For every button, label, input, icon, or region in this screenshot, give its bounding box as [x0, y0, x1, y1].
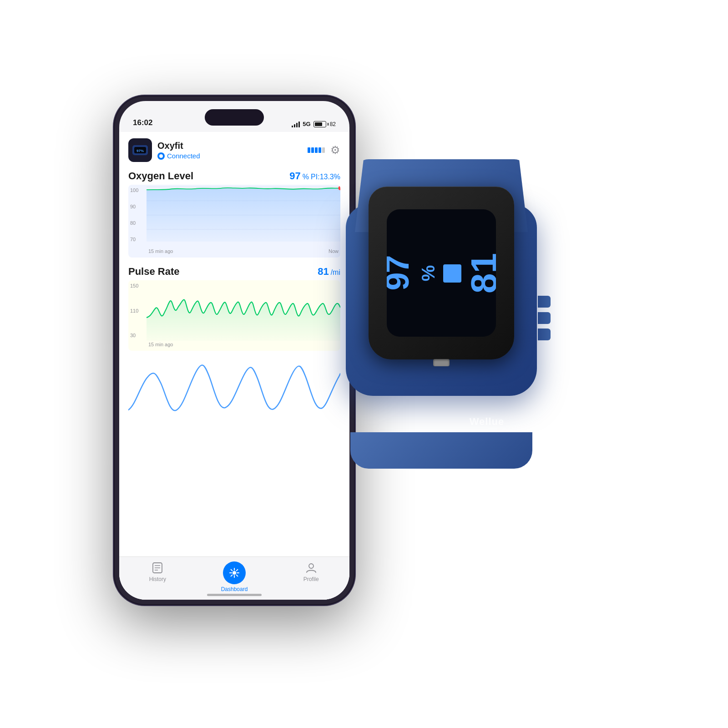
header-right-icons: ⚙	[308, 144, 340, 157]
oxygen-chart: 100 90 80 70 15 min ago Now	[128, 185, 340, 258]
bottom-nav: History Dashboard	[119, 556, 349, 600]
screen-content: 97 % 81	[387, 253, 496, 293]
batt-seg-2	[311, 147, 314, 153]
clip-jaw	[350, 432, 532, 469]
device-title: Oxyfit	[157, 141, 308, 151]
signal-bar-1	[292, 126, 293, 127]
nav-item-history[interactable]: History	[139, 561, 176, 582]
screen-square-icon	[443, 264, 461, 282]
scene: 16:02 5G 82	[114, 68, 614, 660]
device-status-row: Connected	[157, 152, 308, 160]
pulse-chart-x-label: 15 min ago	[147, 341, 340, 351]
status-time: 16:02	[133, 118, 152, 128]
battery-tip	[328, 123, 329, 126]
oxygen-chart-x-labels: 15 min ago Now	[147, 248, 340, 258]
batt-seg-4	[318, 147, 321, 153]
nav-label-history: History	[149, 576, 166, 582]
oxygen-pi: PI:13.3%	[311, 173, 340, 181]
oxyfit-icon-svg: 97%	[131, 143, 149, 157]
device-module: 97 % 81	[369, 187, 514, 359]
ridge-3	[538, 329, 551, 340]
ridge-2	[538, 312, 551, 324]
x-label-end: Now	[329, 248, 339, 258]
ridge-1	[538, 296, 551, 308]
connection-status-text: Connected	[167, 152, 200, 160]
oximeter-device: 97 % 81 Wellue	[346, 159, 628, 478]
device-name-area: Oxyfit Connected	[157, 141, 308, 160]
status-icons: 5G 82	[292, 121, 336, 128]
battery-percent: 82	[330, 121, 336, 127]
y-label-80: 80	[130, 220, 145, 226]
pulse-chart-y-labels: 150 110 30	[128, 280, 147, 341]
oxygen-chart-svg	[147, 185, 340, 242]
y-label-70: 70	[130, 237, 145, 242]
batt-seg-1	[308, 147, 310, 153]
profile-icon	[305, 561, 318, 574]
screen-divider	[443, 264, 461, 282]
phone-screen: 16:02 5G 82	[119, 101, 349, 600]
history-icon-svg	[152, 562, 163, 574]
profile-icon-svg	[305, 562, 317, 574]
signal-bar-2	[294, 124, 295, 127]
usb-port	[433, 359, 450, 366]
third-chart	[128, 351, 340, 428]
battery-body	[313, 121, 326, 127]
device-battery-segments	[308, 147, 325, 153]
pulse-section: Pulse Rate 81 /mi 150 110 30	[119, 262, 349, 351]
pr-x-start: 15 min ago	[148, 342, 173, 351]
settings-icon[interactable]: ⚙	[330, 144, 340, 157]
pi-label: PI:	[311, 173, 320, 181]
third-chart-svg	[128, 351, 340, 428]
nav-label-dashboard: Dashboard	[221, 586, 248, 592]
signal-bar-3	[296, 123, 298, 127]
oxygen-unit: %	[303, 173, 309, 181]
oxygen-section-header: Oxygen Level 97 % PI:13.3%	[128, 170, 340, 182]
x-label-start: 15 min ago	[148, 248, 173, 258]
connection-status-dot	[157, 152, 165, 160]
wellue-brand: Wellue	[470, 416, 505, 428]
svg-point-12	[233, 571, 236, 575]
pulse-value: 81	[318, 266, 329, 278]
network-type: 5G	[303, 121, 310, 127]
signal-bars-icon	[292, 121, 300, 127]
oxygen-value-group: 97 % PI:13.3%	[289, 170, 340, 182]
pr-y-30: 30	[130, 333, 145, 338]
history-icon	[151, 561, 164, 574]
pulse-title: Pulse Rate	[128, 266, 180, 278]
pi-value: 13.3%	[320, 173, 340, 181]
app-content: 97% Oxyfit Connected	[119, 132, 349, 600]
battery-indicator: 82	[313, 121, 336, 127]
side-ridges	[538, 296, 551, 340]
pulse-value-group: 81 /mi	[318, 266, 340, 278]
batt-seg-5	[322, 147, 325, 153]
dashboard-icon-svg	[228, 567, 240, 579]
app-header: 97% Oxyfit Connected	[119, 132, 349, 167]
svg-text:97%: 97%	[136, 149, 144, 153]
pulse-section-header: Pulse Rate 81 /mi	[128, 266, 340, 278]
battery-fill	[315, 122, 323, 126]
pulse-chart: 150 110 30 15 min ago	[128, 280, 340, 351]
device-icon: 97%	[128, 138, 152, 162]
svg-point-13	[309, 564, 313, 568]
pulse-chart-svg	[147, 280, 340, 341]
dynamic-island	[205, 109, 264, 126]
oxygen-chart-y-labels: 100 90 80 70	[128, 185, 147, 245]
spo2-value-display: 97	[387, 256, 413, 290]
spo2-unit-display: %	[418, 265, 438, 281]
phone-frame: 16:02 5G 82	[114, 96, 355, 605]
pr-value-display: 81	[465, 253, 496, 293]
oled-screen: 97 % 81	[387, 209, 496, 337]
oxygen-value: 97	[289, 170, 300, 182]
signal-bar-4	[298, 121, 300, 127]
oxygen-section: Oxygen Level 97 % PI:13.3% 100 90	[119, 167, 349, 258]
pr-y-150: 150	[130, 283, 145, 288]
y-label-90: 90	[130, 204, 145, 209]
batt-seg-3	[315, 147, 318, 153]
nav-item-dashboard[interactable]: Dashboard	[216, 561, 253, 592]
nav-label-profile: Profile	[303, 576, 319, 582]
nav-item-profile[interactable]: Profile	[293, 561, 329, 582]
pr-y-110: 110	[130, 308, 145, 313]
y-label-100: 100	[130, 187, 145, 193]
oxygen-title: Oxygen Level	[128, 170, 193, 182]
pulse-unit: /mi	[331, 268, 340, 277]
